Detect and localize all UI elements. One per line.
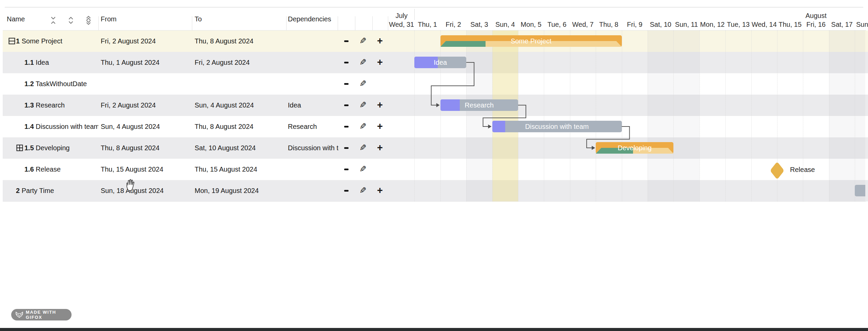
add-task-button[interactable]: +	[377, 186, 383, 195]
task-to-cell[interactable]: Mon, 19 August 2024	[195, 180, 286, 201]
remove-task-button[interactable]	[344, 190, 349, 192]
bottom-bar	[0, 328, 868, 331]
task-from-cell[interactable]: Thu, 8 August 2024	[101, 137, 192, 159]
add-task-button[interactable]: +	[377, 143, 383, 153]
gantt-bar-1[interactable]: Some Project	[440, 35, 622, 47]
task-from-cell[interactable]	[101, 73, 192, 95]
remove-task-button[interactable]	[344, 169, 349, 170]
task-name-cell: 1.5 Developing	[24, 137, 98, 159]
timeline-day-label: Sun, 18	[856, 20, 868, 28]
task-from-cell[interactable]: Thu, 1 August 2024	[101, 52, 192, 73]
gantt-bar-2[interactable]	[855, 185, 865, 196]
expand-all-levels-icon[interactable]	[85, 15, 92, 25]
task-name-cell: 1.1 Idea	[24, 52, 98, 73]
timeline-day-label: Mon, 12	[700, 20, 725, 28]
expand-all-icon[interactable]	[68, 15, 74, 25]
add-task-button[interactable]: +	[377, 121, 383, 131]
task-dependencies-cell: Idea	[288, 95, 339, 116]
timeline-day-label: Sun, 4	[495, 20, 515, 28]
remove-task-button[interactable]	[344, 40, 349, 42]
task-dependencies-cell	[288, 180, 339, 201]
gifox-fox-icon	[15, 311, 23, 318]
cursor-hand	[125, 178, 136, 191]
task-from-cell[interactable]: Thu, 15 August 2024	[101, 159, 192, 180]
expand-row-icon[interactable]	[16, 144, 23, 151]
task-to-cell[interactable]: Thu, 8 August 2024	[195, 31, 286, 52]
edit-task-button[interactable]: ✎	[359, 101, 367, 109]
month-separator	[414, 9, 415, 20]
remove-task-button[interactable]	[344, 104, 349, 106]
task-name-cell: 1.3 Research	[24, 95, 98, 116]
bar-label: Discussion with team	[492, 121, 622, 132]
gantt-bar-1.4[interactable]: Discussion with team	[492, 121, 622, 132]
gantt-bar-1.3[interactable]: Research	[440, 99, 518, 111]
timeline-month-label: July	[395, 12, 408, 20]
task-number: 1.5	[24, 144, 34, 152]
gantt-bar-1.5[interactable]: Developing	[596, 142, 673, 154]
add-task-button[interactable]: +	[377, 100, 383, 110]
timeline-day-label: Wed, 31	[389, 20, 414, 28]
column-header-to: To	[195, 8, 202, 30]
bar-label: Idea	[414, 57, 466, 68]
gantt-bar-1.1[interactable]: Idea	[414, 57, 466, 68]
header-separator	[388, 16, 388, 30]
task-number: 1	[16, 37, 20, 45]
add-task-button[interactable]: +	[377, 36, 383, 46]
edit-task-button[interactable]: ✎	[359, 122, 367, 131]
timeline-day-label: Fri, 16	[806, 20, 826, 28]
grid-bottom-border	[3, 201, 866, 202]
task-to-cell[interactable]: Fri, 2 August 2024	[195, 52, 286, 73]
timeline-day-label: Sat, 17	[831, 20, 852, 28]
task-number: 1.4	[24, 123, 34, 130]
header-separator	[372, 16, 373, 30]
edit-task-button[interactable]: ✎	[359, 79, 367, 88]
edit-task-button[interactable]: ✎	[359, 143, 367, 152]
header-separator	[98, 16, 99, 30]
task-dependencies-cell: Research	[288, 116, 339, 137]
header-separator	[338, 16, 338, 30]
task-dependencies-cell	[288, 31, 339, 52]
edit-task-button[interactable]: ✎	[359, 37, 367, 45]
add-task-button[interactable]: +	[377, 57, 383, 67]
task-from-cell[interactable]: Fri, 2 August 2024	[101, 95, 192, 116]
milestone-release[interactable]	[770, 161, 784, 179]
task-from-cell[interactable]: Sun, 4 August 2024	[101, 116, 192, 137]
task-to-cell[interactable]	[195, 73, 286, 95]
timeline-day-label: Sun, 11	[675, 20, 698, 28]
task-to-cell[interactable]: Thu, 15 August 2024	[195, 159, 286, 180]
header-separator	[286, 16, 287, 30]
task-name-cell: 1 Some Project	[16, 31, 98, 52]
edit-task-button[interactable]: ✎	[359, 186, 367, 195]
bar-label: Developing	[596, 142, 673, 154]
milestone-label: Release	[790, 166, 815, 174]
task-to-cell[interactable]: Thu, 8 August 2024	[195, 116, 286, 137]
task-to-cell[interactable]: Sun, 4 August 2024	[195, 95, 286, 116]
timeline-month-label: August	[805, 12, 826, 20]
timeline-day-label: Sat, 10	[650, 20, 671, 28]
gantt-chart-area: Some ProjectIdeaResearchDiscussion with …	[389, 31, 865, 201]
task-to-cell[interactable]: Sat, 10 August 2024	[195, 137, 286, 159]
task-number: 1.3	[24, 101, 34, 109]
task-number: 1.2	[24, 80, 34, 87]
bar-label: Some Project	[440, 35, 622, 47]
task-name-cell: 1.4 Discussion with team	[24, 116, 98, 137]
remove-task-button[interactable]	[344, 83, 349, 85]
task-name-cell: 1.6 Release	[24, 159, 98, 180]
gantt-app: Name From To Dependencies 1 Some Project…	[0, 0, 868, 331]
header-separator	[192, 16, 192, 30]
column-header-name: Name	[7, 8, 25, 30]
collapse-all-icon[interactable]	[50, 15, 56, 25]
timeline-day-label: Wed, 14	[752, 20, 777, 28]
task-dependencies-cell	[288, 159, 339, 180]
remove-task-button[interactable]	[344, 126, 349, 128]
timeline-day-label: Tue, 13	[727, 20, 750, 28]
task-from-cell[interactable]: Fri, 2 August 2024	[101, 31, 192, 52]
remove-task-button[interactable]	[344, 147, 349, 149]
header-separator	[355, 16, 355, 30]
edit-task-button[interactable]: ✎	[359, 165, 367, 173]
task-from-cell[interactable]: Sun, 18 August 2024	[101, 180, 192, 201]
gifox-badge-label: MADE WITH GIFOX	[26, 310, 72, 320]
edit-task-button[interactable]: ✎	[359, 58, 367, 66]
collapse-row-icon[interactable]	[8, 38, 15, 44]
remove-task-button[interactable]	[344, 62, 349, 63]
